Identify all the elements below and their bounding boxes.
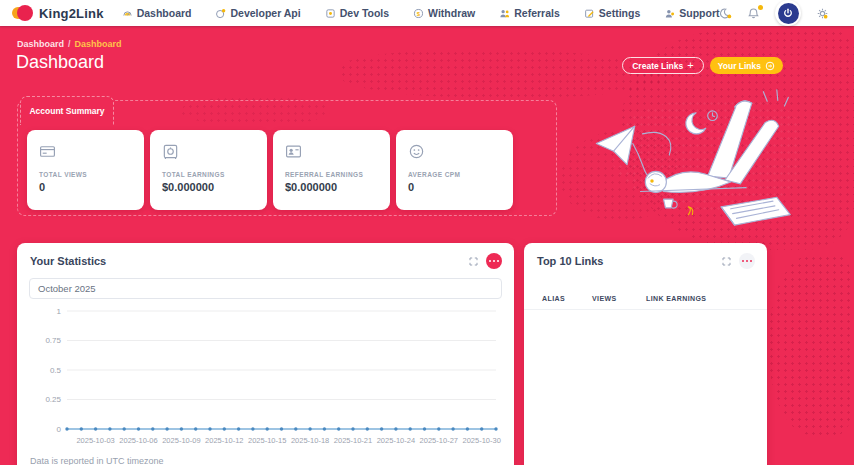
referral-card-icon — [285, 143, 378, 160]
top-links-table-header: ALIASVIEWSLINK EARNINGS — [524, 273, 767, 310]
summary-card-total-views: TOTAL VIEWS0 — [27, 130, 144, 210]
nav-item-dev-tools[interactable]: Dev Tools — [325, 7, 389, 19]
statistics-panel-header: Your Statistics — [17, 243, 514, 273]
gear-icon[interactable] — [816, 7, 829, 20]
ellipsis-menu-icon[interactable] — [486, 253, 502, 269]
x-axis-label: 2025-10-15 — [248, 436, 286, 445]
x-axis-label: 2025-10-03 — [76, 436, 114, 445]
statistics-tools — [469, 253, 502, 269]
nav-item-label: Support — [679, 7, 719, 19]
card-label: TOTAL EARNINGS — [162, 171, 255, 178]
card-label: AVERAGE CPM — [408, 171, 501, 178]
chart-area: 10.750.50.2502025-10-032025-10-062025-10… — [29, 301, 502, 453]
data-point — [251, 427, 254, 430]
data-point — [366, 427, 369, 430]
data-point — [437, 427, 440, 430]
top-links-header: Top 10 Links — [524, 243, 767, 273]
brand-name: King2Link — [39, 6, 104, 21]
column-header-views: VIEWS — [592, 295, 646, 302]
card-value: 0 — [408, 181, 501, 193]
y-axis-label: 1 — [57, 307, 62, 316]
data-point — [194, 427, 197, 430]
nav-item-support[interactable]: Support — [664, 7, 719, 19]
statistics-title: Your Statistics — [30, 255, 106, 267]
data-point — [409, 427, 412, 430]
x-axis-label: 2025-10-12 — [205, 436, 243, 445]
nav-item-label: Withdraw — [428, 7, 475, 19]
data-point — [380, 427, 383, 430]
nav-item-referrals[interactable]: Referrals — [499, 7, 560, 19]
hero-actions: Create Links+ Your Links — [622, 57, 783, 74]
top-links-title: Top 10 Links — [537, 255, 603, 267]
card-value: 0 — [39, 181, 132, 193]
expand-icon[interactable] — [722, 257, 731, 266]
y-axis-label: 0.5 — [50, 366, 62, 375]
nav-item-label: Dashboard — [137, 7, 192, 19]
data-point — [494, 427, 497, 430]
breadcrumb: Dashboard / Dashboard — [17, 39, 122, 49]
tab-account-summary[interactable]: Account Summary — [20, 96, 114, 125]
vault-icon — [162, 143, 255, 160]
breadcrumb-root[interactable]: Dashboard — [17, 39, 64, 49]
x-axis-label: 2025-10-27 — [420, 436, 458, 445]
your-links-label: Your Links — [718, 61, 761, 71]
summary-cards: TOTAL VIEWS0TOTAL EARNINGS$0.000000REFER… — [27, 130, 513, 210]
power-button[interactable] — [775, 0, 801, 26]
expand-icon[interactable] — [469, 257, 478, 266]
card-label: TOTAL VIEWS — [39, 171, 132, 178]
x-axis-label: 2025-10-18 — [291, 436, 329, 445]
data-point — [451, 427, 454, 430]
top-links-panel: Top 10 Links ALIASVIEWSLINK EARNINGS — [524, 243, 767, 465]
x-axis-label: 2025-10-06 — [119, 436, 157, 445]
create-links-label: Create Links — [632, 61, 683, 71]
create-links-button[interactable]: Create Links+ — [622, 57, 703, 74]
utc-footnote: Data is reported in UTC timezone — [30, 456, 514, 465]
data-point — [223, 427, 226, 430]
brand[interactable]: King2Link — [12, 5, 104, 21]
notification-bell-icon[interactable] — [747, 7, 760, 20]
dot-pattern — [768, 255, 854, 435]
ellipsis-menu-icon[interactable] — [739, 253, 755, 269]
y-axis-label: 0 — [57, 425, 62, 434]
referrals-icon — [499, 8, 510, 19]
nav-item-withdraw[interactable]: $Withdraw — [413, 7, 475, 19]
devtools-icon — [325, 8, 336, 19]
month-select-input[interactable]: October 2025 — [29, 278, 502, 299]
data-point — [337, 427, 340, 430]
card-value: $0.000000 — [162, 181, 255, 193]
nav-item-dashboard[interactable]: Dashboard — [122, 7, 192, 19]
x-axis-label: 2025-10-30 — [463, 436, 501, 445]
x-axis-label: 2025-10-09 — [162, 436, 200, 445]
summary-card-average-cpm: AVERAGE CPM0 — [396, 130, 513, 210]
your-links-button[interactable]: Your Links — [710, 57, 783, 74]
x-axis-label: 2025-10-24 — [377, 436, 415, 445]
y-axis-label: 0.25 — [45, 395, 61, 404]
nav-item-label: Developer Api — [230, 7, 300, 19]
page-root: King2Link DashboardDeveloper ApiDev Tool… — [0, 0, 854, 465]
dot-pattern-light — [610, 100, 800, 210]
card-label: REFERRAL EARNINGS — [285, 171, 378, 178]
summary-card-referral-earnings: REFERRAL EARNINGS$0.000000 — [273, 130, 390, 210]
page-title: Dashboard — [16, 52, 104, 73]
data-point — [266, 427, 269, 430]
views-card-icon — [39, 143, 132, 160]
theme-moon-icon[interactable] — [719, 7, 732, 20]
data-point — [308, 427, 311, 430]
nav-item-settings[interactable]: Settings — [584, 7, 640, 19]
data-point — [466, 427, 469, 430]
data-point — [394, 427, 397, 430]
dot-pattern — [560, 130, 680, 220]
notification-badge — [758, 5, 763, 10]
nav-item-developer-api[interactable]: Developer Api — [215, 7, 300, 19]
data-point — [208, 427, 211, 430]
breadcrumb-separator: / — [68, 39, 71, 49]
data-point — [94, 427, 97, 430]
data-point — [123, 427, 126, 430]
support-icon — [664, 8, 675, 19]
card-value: $0.000000 — [285, 181, 378, 193]
data-point — [80, 427, 83, 430]
settings-icon — [584, 8, 595, 19]
link-circle-arrow-icon — [765, 61, 775, 71]
relaxing-person-illustration — [583, 84, 817, 228]
main-nav: DashboardDeveloper ApiDev Tools$Withdraw… — [122, 7, 720, 19]
